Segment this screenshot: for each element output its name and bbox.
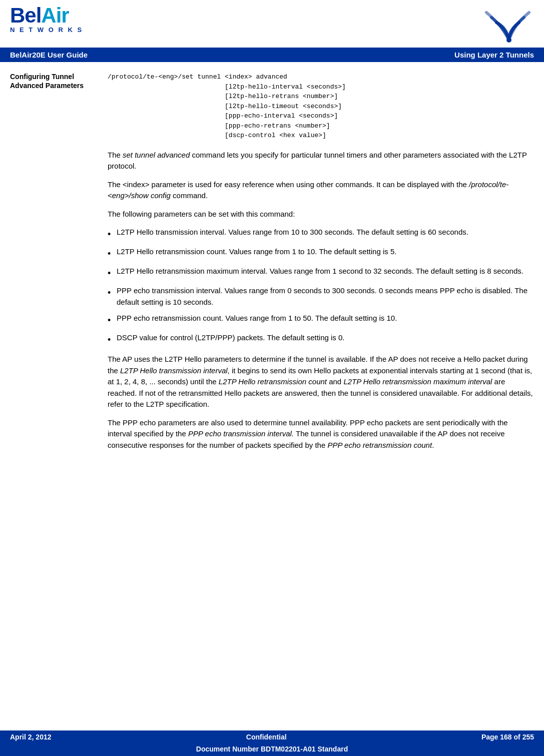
logo-belair: BelAir — [10, 5, 69, 26]
list-item: • PPP echo retransmission count. Values … — [108, 313, 534, 327]
main-content: Configuring Tunnel Advanced Parameters /… — [0, 62, 544, 508]
banner-left-title: BelAir20E User Guide — [10, 51, 88, 59]
paragraph-2: The <index> parameter is used for easy r… — [108, 179, 534, 202]
italic-l2tp-hello-max: L2TP Hello retransmission maximum interv… — [343, 377, 492, 386]
list-item: • L2TP Hello retransmission count. Value… — [108, 246, 534, 261]
bullet-dot: • — [108, 286, 117, 300]
bullet-dot: • — [108, 267, 117, 280]
italic-l2tp-hello-transmission: L2TP Hello transmission interval — [120, 366, 228, 375]
footer-doc-number: Document Number BDTM02201-A01 Standard — [196, 745, 348, 753]
italic-ppp-echo-transmission: PPP echo transmission interval. — [188, 429, 294, 438]
logo-air: Air — [41, 4, 69, 27]
code-block: /protocol/te-<eng>/set tunnel <index> ad… — [108, 72, 534, 141]
paragraph-1: The set tunnel advanced command lets you… — [108, 150, 534, 172]
logo-area: BelAir N E T W O R K S — [10, 5, 83, 34]
list-item: • L2TP Hello transmission interval. Valu… — [108, 227, 534, 241]
top-header: BelAir N E T W O R K S — [0, 0, 544, 48]
italic-set-tunnel-advanced: set tunnel advanced — [123, 151, 190, 159]
list-item: • DSCP value for control (L2TP/PPP) pack… — [108, 332, 534, 347]
bullet-dot: • — [108, 228, 117, 241]
bullet-text: PPP echo retransmission count. Values ra… — [117, 313, 534, 324]
bullet-dot: • — [108, 247, 117, 261]
list-item: • PPP echo transmission interval. Values… — [108, 285, 534, 308]
section-title: Configuring Tunnel Advanced Parameters — [10, 72, 98, 90]
italic-ppp-echo-retrans: PPP echo retransmission count — [327, 441, 432, 449]
footer-row1: April 2, 2012 Confidential Page 168 of 2… — [0, 730, 544, 743]
left-column: Configuring Tunnel Advanced Parameters — [10, 72, 108, 458]
bullet-list: • L2TP Hello transmission interval. Valu… — [108, 227, 534, 347]
logo-bel: Bel — [10, 4, 41, 27]
page-footer-wrapper: April 2, 2012 Confidential Page 168 of 2… — [0, 730, 544, 756]
list-item: • L2TP Hello retransmission maximum inte… — [108, 266, 534, 280]
bullet-dot: • — [108, 333, 117, 347]
bullet-text: L2TP Hello retransmission maximum interv… — [117, 266, 534, 277]
blue-banner: BelAir20E User Guide Using Layer 2 Tunne… — [0, 48, 544, 62]
bullet-text: L2TP Hello retransmission count. Values … — [117, 246, 534, 258]
svg-point-0 — [506, 38, 511, 43]
italic-show-config: /protocol/te-<eng>/show config — [108, 180, 508, 200]
bullet-text: PPP echo transmission interval. Values r… — [117, 285, 534, 308]
footer-date: April 2, 2012 — [10, 733, 52, 741]
paragraph-ap2: The PPP echo parameters are also used to… — [108, 417, 534, 451]
logo-icon — [484, 5, 534, 45]
footer-row2: Document Number BDTM02201-A01 Standard — [0, 743, 544, 756]
banner-right-title: Using Layer 2 Tunnels — [454, 51, 534, 59]
bullet-dot: • — [108, 314, 117, 327]
italic-l2tp-hello-retrans: L2TP Hello retransmission count — [219, 377, 327, 386]
bullet-text: L2TP Hello transmission interval. Values… — [117, 227, 534, 238]
logo-networks: N E T W O R K S — [10, 26, 83, 34]
paragraph-3: The following parameters can be set with… — [108, 209, 534, 220]
bullet-text: DSCP value for control (L2TP/PPP) packet… — [117, 332, 534, 344]
footer-confidential: Confidential — [246, 733, 287, 741]
paragraph-ap1: The AP uses the L2TP Hello parameters to… — [108, 354, 534, 410]
right-column: /protocol/te-<eng>/set tunnel <index> ad… — [108, 72, 534, 458]
footer-page: Page 168 of 255 — [481, 733, 534, 741]
